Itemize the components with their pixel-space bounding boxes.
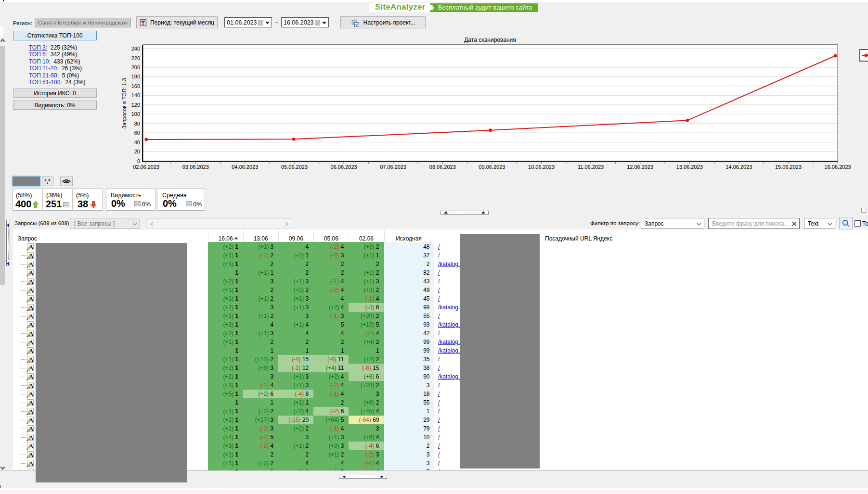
svg-text:180: 180	[131, 74, 140, 79]
svg-text:Запросов в ТОП: 1-3: Запросов в ТОП: 1-3	[121, 78, 127, 128]
svg-text:A: A	[29, 391, 33, 398]
svg-text:240: 240	[131, 46, 140, 51]
svg-text:140: 140	[131, 92, 140, 98]
svg-text:0: 0	[137, 158, 140, 164]
svg-text:A: A	[29, 244, 33, 251]
svg-text:A: A	[29, 417, 33, 424]
svg-text:13.06.2023: 13.06.2023	[676, 164, 703, 170]
svg-text:20: 20	[134, 149, 140, 154]
svg-text:02.06.2023: 02.06.2023	[133, 164, 159, 170]
svg-text:A: A	[29, 313, 33, 320]
svg-text:07.06.2023: 07.06.2023	[380, 164, 406, 170]
svg-text:A: A	[29, 400, 33, 406]
svg-text:08.06.2023: 08.06.2023	[429, 164, 456, 170]
svg-text:14.06.2023: 14.06.2023	[725, 164, 752, 170]
svg-text:Дата сканирования: Дата сканирования	[464, 37, 516, 43]
svg-text:A: A	[29, 322, 33, 329]
svg-text:A: A	[29, 339, 33, 346]
svg-text:220: 220	[131, 55, 140, 61]
svg-text:09.06.2023: 09.06.2023	[479, 164, 505, 170]
svg-text:11.06.2023: 11.06.2023	[578, 164, 604, 170]
svg-text:40: 40	[134, 139, 140, 145]
svg-text:100: 100	[131, 111, 140, 117]
svg-text:A: A	[29, 374, 33, 380]
svg-text:A: A	[29, 460, 33, 467]
svg-text:03.06.2023: 03.06.2023	[182, 164, 209, 170]
svg-text:16.06.2023: 16.06.2023	[825, 164, 851, 170]
svg-text:120: 120	[131, 102, 140, 108]
svg-text:A: A	[29, 356, 33, 363]
svg-text:A: A	[29, 452, 33, 458]
svg-text:A: A	[29, 296, 33, 303]
svg-text:A: A	[29, 408, 33, 415]
svg-text:A: A	[29, 382, 33, 389]
svg-text:A: A	[29, 253, 33, 259]
svg-text:200: 200	[131, 64, 140, 70]
svg-text:A: A	[29, 279, 33, 285]
svg-text:A: A	[29, 287, 33, 294]
svg-text:A: A	[29, 348, 33, 355]
svg-text:A: A	[29, 426, 33, 432]
svg-text:5: 5	[142, 21, 144, 25]
svg-text:160: 160	[131, 83, 140, 89]
svg-text:A: A	[29, 261, 33, 268]
svg-text:60: 60	[134, 130, 140, 136]
svg-text:05.06.2023: 05.06.2023	[281, 164, 308, 170]
svg-text:A: A	[29, 270, 33, 277]
svg-text:A: A	[29, 365, 33, 372]
svg-text:04.06.2023: 04.06.2023	[232, 164, 258, 170]
svg-text:A: A	[29, 304, 33, 311]
svg-text:15.06.2023: 15.06.2023	[775, 164, 802, 170]
svg-text:10.06.2023: 10.06.2023	[528, 164, 555, 170]
svg-text:A: A	[29, 330, 33, 337]
svg-text:06.06.2023: 06.06.2023	[331, 164, 357, 170]
svg-text:12.06.2023: 12.06.2023	[627, 164, 653, 170]
svg-text:80: 80	[134, 121, 140, 127]
svg-text:A: A	[29, 434, 33, 441]
svg-text:A: A	[29, 443, 33, 450]
